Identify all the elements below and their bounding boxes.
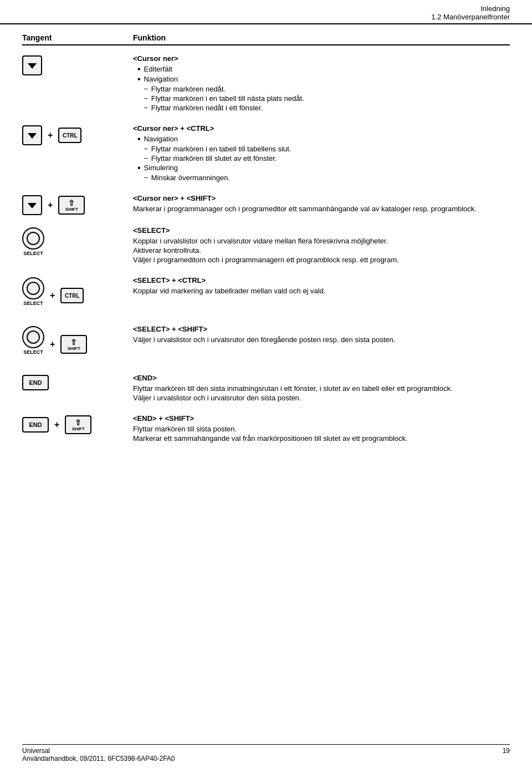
ctrl-key: CTRL (58, 128, 81, 143)
row-select: SELECT <SELECT> Kopplar i urvalslistor o… (22, 226, 510, 265)
select-ctrl-label: SELECT (23, 301, 43, 306)
row-cursor-down-shift: + ⇧ SHIFT <Cursor ner> + <SHIFT> Markera… (22, 194, 510, 215)
end-shift-title: <END> + <SHIFT> (133, 414, 510, 423)
cursor-down-shift-title: <Cursor ner> + <SHIFT> (133, 194, 510, 202)
end-key: END (22, 375, 49, 390)
select-ctrl-key (22, 277, 44, 299)
key-col-end: END (22, 374, 133, 390)
col-tangent-header: Tangent (22, 33, 133, 42)
select-key (22, 227, 44, 250)
row-cursor-down-ctrl: + CTRL <Cursor ner> + <CTRL> • Navigatio… (22, 124, 510, 183)
shift-up-arrow-icon: ⇧ (68, 199, 75, 207)
plus-sign-2: + (48, 200, 53, 210)
key-col-cursor-down (22, 54, 133, 75)
select-ctrl-desc: Kopplar vid markering av tabellrader mel… (133, 287, 510, 295)
end-title: <END> (133, 374, 510, 382)
row-cursor-down: <Cursor ner> • Editerfält • Navigation –… (22, 54, 510, 113)
cursor-down-title: <Cursor ner> (133, 54, 510, 63)
key-col-select: SELECT (22, 226, 133, 264)
manual-info: Användarhandbok, 09/2011, 6FC5398-6AP40-… (22, 755, 175, 762)
product-name: Universal (22, 747, 175, 755)
page-header: Inledning 1.2 Manöverpanelfronter (0, 0, 532, 24)
key-col-end-shift: END + ⇧ SHIFT (22, 414, 133, 434)
main-content: Tangent Funktion <Cursor ner> • Editerfä… (0, 33, 532, 499)
svg-marker-0 (28, 63, 37, 69)
desc-cursor-down: <Cursor ner> • Editerfält • Navigation –… (133, 54, 510, 113)
cursor-down-ctrl-sub-3: – Minskar övermanningen. (133, 174, 510, 182)
row-end: END <END> Flyttar markören till den sist… (22, 374, 510, 403)
cursor-down-ctrl-bullet-2: • Simulering (133, 164, 510, 172)
col-funktion-header: Funktion (133, 33, 510, 42)
cursor-down-ctrl-bullet-1: • Navigation (133, 135, 510, 144)
plus-sign-4: + (50, 339, 55, 349)
column-headers: Tangent Funktion (22, 33, 510, 45)
cursor-down-sub-1: – Flyttar markören nedåt. (133, 85, 510, 93)
shift-up-arrow-icon-2: ⇧ (70, 338, 77, 346)
select-title: <SELECT> (133, 226, 510, 235)
cursor-down-ctrl-sub-1: – Flyttar markören i en tabell till tabe… (133, 145, 510, 153)
cursor-down-bullet-1: • Editerfält (133, 65, 510, 74)
arrow-down-icon-3 (27, 200, 38, 211)
shift-up-arrow-icon-3: ⇧ (75, 419, 81, 426)
select-shift-title: <SELECT> + <SHIFT> (133, 325, 510, 333)
key-col-select-shift: SELECT + ⇧ SHIFT (22, 325, 133, 363)
bullet-icon: • (137, 135, 141, 144)
row-select-shift: SELECT + ⇧ SHIFT <SELECT> + <SHIFT> Välj… (22, 325, 510, 363)
cursor-down-shift-key (22, 195, 42, 215)
page-number: 19 (503, 747, 510, 755)
select-ctrl-inner-circle (27, 282, 40, 295)
row-end-shift: END + ⇧ SHIFT <END> + <SHIFT> Flyttar ma… (22, 414, 510, 444)
bullet-icon: • (137, 65, 141, 74)
desc-end: <END> Flyttar markören till den sista in… (133, 374, 510, 403)
svg-marker-1 (28, 133, 37, 139)
page-footer: Universal Användarhandbok, 09/2011, 6FC5… (22, 744, 510, 762)
select-ctrl-title: <SELECT> + <CTRL> (133, 276, 510, 284)
select-shift-key (22, 326, 44, 348)
select-inner-circle (27, 232, 40, 245)
end-shift-desc-1: Flyttar markören till sista posten. (133, 425, 510, 433)
cursor-down-ctrl-title: <Cursor ner> + <CTRL> (133, 124, 510, 133)
desc-select: <SELECT> Kopplar i urvalslistor och i ur… (133, 226, 510, 265)
row-select-ctrl: SELECT + CTRL <SELECT> + <CTRL> Kopplar … (22, 276, 510, 314)
bullet-icon: • (137, 75, 141, 84)
select-key-wrapper: SELECT (22, 227, 44, 256)
desc-cursor-down-shift: <Cursor ner> + <SHIFT> Markerar i progra… (133, 194, 510, 214)
ctrl-key-2: CTRL (60, 288, 84, 303)
key-col-cursor-down-ctrl: + CTRL (22, 124, 133, 145)
cursor-down-key (22, 55, 42, 75)
plus-sign-3: + (50, 291, 55, 301)
footer-left: Universal Användarhandbok, 09/2011, 6FC5… (22, 747, 175, 762)
select-desc-1: Kopplar i urvalslistor och i urvalsrutor… (133, 237, 510, 245)
select-desc-3: Väljer i programeditorn och i programman… (133, 256, 510, 264)
select-shift-desc: Väljer i urvalslistor och i urvalsrutor … (133, 335, 510, 344)
key-col-cursor-down-shift: + ⇧ SHIFT (22, 194, 133, 215)
end-shift-key: END (22, 417, 49, 433)
end-desc-1: Flyttar markören till den sista inmatnin… (133, 384, 510, 393)
select-ctrl-key-wrapper: SELECT (22, 277, 44, 306)
end-shift-desc-2: Markerar ett sammahängande val från mark… (133, 434, 510, 443)
chapter-title: Inledning (22, 4, 510, 13)
shift-key-3: ⇧ SHIFT (65, 415, 91, 434)
shift-key-1: ⇧ SHIFT (58, 196, 85, 215)
desc-cursor-down-ctrl: <Cursor ner> + <CTRL> • Navigation – Fly… (133, 124, 510, 183)
desc-end-shift: <END> + <SHIFT> Flyttar markören till si… (133, 414, 510, 444)
select-shift-key-wrapper: SELECT (22, 326, 44, 355)
bullet-icon: • (137, 164, 141, 172)
arrow-down-icon (27, 60, 38, 71)
cursor-down-ctrl-sub-2: – Flyttar markören till slutet av ett fö… (133, 154, 510, 162)
cursor-down-ctrl-key (22, 125, 42, 145)
select-desc-2: Aktiverar kontrollruta. (133, 246, 510, 255)
desc-select-shift: <SELECT> + <SHIFT> Väljer i urvalslistor… (133, 325, 510, 345)
cursor-down-sub-3: – Flyttar markören nedåt i ett fönster. (133, 104, 510, 112)
svg-marker-2 (28, 203, 37, 208)
select-shift-label: SELECT (23, 349, 43, 355)
cursor-down-shift-desc: Markerar i programmanager och i programe… (133, 205, 510, 213)
plus-sign-5: + (54, 420, 59, 430)
end-desc-2: Väljer i urvalslistor och i urvalsrutor … (133, 394, 510, 402)
section-title: 1.2 Manöverpanelfronter (22, 13, 510, 21)
select-label: SELECT (23, 251, 43, 256)
arrow-down-icon-2 (27, 130, 38, 141)
key-col-select-ctrl: SELECT + CTRL (22, 276, 133, 314)
cursor-down-bullet-2: • Navigation (133, 75, 510, 84)
select-shift-inner-circle (27, 330, 40, 344)
